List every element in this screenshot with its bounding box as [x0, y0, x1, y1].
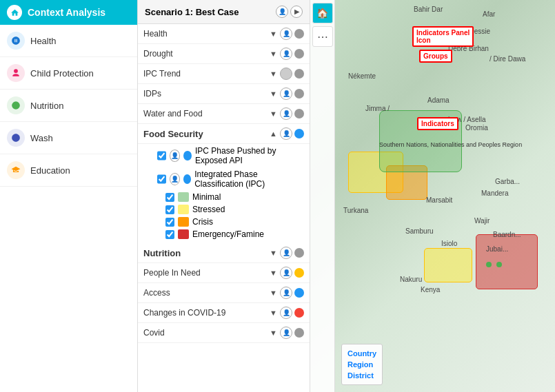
legend-district[interactable]: District	[347, 370, 376, 381]
nutrition-group-user-btn[interactable]: 👤	[280, 247, 292, 259]
sidebar: Context Analysis Health Child Protection…	[0, 0, 138, 392]
sidebar-item-education[interactable]: Education	[0, 154, 137, 187]
food-security-user-btn[interactable]: 👤	[280, 127, 292, 140]
emergency-label: Emergency/Famine	[192, 229, 264, 239]
people-need-user-btn[interactable]: 👤	[280, 267, 292, 279]
panel-row-health: Health ▼ 👤	[138, 24, 310, 44]
emergency-checkbox[interactable]	[165, 230, 174, 239]
map-label-marsabit: Marsabit	[426, 196, 452, 204]
health-arrow[interactable]: ▼	[269, 29, 278, 39]
map-layers-btn[interactable]: ⋯	[312, 26, 333, 47]
ipc-class-user-btn[interactable]: 👤	[170, 173, 180, 185]
panel-row-people-need: People In Need ▼ 👤	[138, 263, 310, 283]
map-label-bahirdar: Bahir Dar	[414, 6, 443, 13]
panel-row-water-food: Water and Food ▼ 👤	[138, 104, 310, 124]
panel-row-food-security: Food Security ▲ 👤	[138, 124, 310, 144]
panel-user-icon[interactable]: 👤	[276, 6, 288, 18]
covid19-dot	[294, 308, 304, 318]
map-label-samburu: Samburu	[405, 227, 434, 235]
idps-arrow[interactable]: ▼	[269, 89, 278, 99]
drought-dot	[294, 49, 304, 59]
legend-country[interactable]: Country	[347, 348, 376, 359]
legend-country-label[interactable]: Country	[347, 349, 376, 358]
row-controls-people-need: ▼ 👤	[269, 267, 304, 279]
ipc-legend-crisis: Crisis	[138, 216, 310, 228]
sidebar-label-nutrition: Nutrition	[30, 101, 63, 111]
education-icon	[7, 161, 25, 179]
access-arrow[interactable]: ▼	[269, 288, 278, 298]
ipc-class-dot	[183, 174, 191, 184]
covid-dot	[294, 328, 304, 338]
wash-icon	[7, 129, 25, 147]
covid-user-btn[interactable]: 👤	[280, 327, 292, 339]
legend-district-label[interactable]: District	[347, 371, 374, 380]
water-food-arrow[interactable]: ▼	[269, 109, 278, 118]
sidebar-item-wash[interactable]: Wash	[0, 122, 137, 154]
panel-expand-icon[interactable]: ▶	[290, 6, 303, 18]
map-label-oromia: Oromia	[465, 124, 488, 132]
ipc-trend-user-btn[interactable]	[280, 68, 292, 80]
panel-header: Scenario 1: Best Case 👤 ▶	[138, 0, 310, 24]
map-label-nakuru: Nakuru	[400, 276, 422, 283]
row-controls-drought: ▼ 👤	[269, 48, 304, 60]
row-label-people-need: People In Need	[143, 268, 269, 278]
sidebar-label-health: Health	[30, 36, 57, 46]
drought-user-btn[interactable]: 👤	[280, 48, 292, 60]
minimal-color	[178, 192, 189, 202]
home-icon[interactable]	[7, 5, 22, 20]
map-label-nekemte: Nékemte	[348, 72, 376, 80]
ipc-phase-label: IPC Phase Pushed by Exposed API	[195, 146, 304, 165]
legend-region-label[interactable]: Region	[347, 360, 373, 369]
ipc-legend-emergency: Emergency/Famine	[138, 228, 310, 240]
row-label-health: Health	[143, 29, 269, 39]
covid19-user-btn[interactable]: 👤	[280, 307, 292, 319]
map-label-mandera: Mandera	[481, 189, 508, 197]
health-user-btn[interactable]: 👤	[280, 28, 292, 40]
ipc-phase-user-btn[interactable]: 👤	[170, 149, 180, 162]
map-area[interactable]: 🏠 ⋯ Bahir Dar Afar / Dessie Debre Birhan…	[310, 0, 555, 392]
drought-arrow[interactable]: ▼	[269, 49, 278, 59]
ipc-trend-arrow[interactable]: ▼	[269, 69, 278, 79]
map-background: 🏠 ⋯ Bahir Dar Afar / Dessie Debre Birhan…	[310, 0, 555, 392]
sidebar-item-health[interactable]: Health	[0, 25, 137, 57]
sidebar-header[interactable]: Context Analysis	[0, 0, 137, 25]
sidebar-item-nutrition[interactable]: Nutrition	[0, 90, 137, 122]
row-label-access: Access	[143, 288, 269, 298]
row-controls-covid: ▼ 👤	[269, 327, 304, 339]
ipc-phase-checkbox[interactable]	[157, 151, 166, 161]
food-security-arrow[interactable]: ▲	[269, 129, 278, 138]
people-need-arrow[interactable]: ▼	[269, 268, 278, 278]
row-label-nutrition-group: Nutrition	[143, 248, 269, 258]
map-label-isiolo: Isiolo	[441, 240, 457, 247]
emergency-color	[178, 229, 189, 239]
minimal-checkbox[interactable]	[165, 193, 174, 202]
map-region-yellow-2	[424, 248, 472, 282]
idps-user-btn[interactable]: 👤	[280, 87, 292, 100]
panel-row-idps: IDPs ▼ 👤	[138, 84, 310, 104]
ipc-legend-minimal: Minimal	[138, 191, 310, 203]
nutrition-group-arrow[interactable]: ▼	[269, 248, 278, 258]
covid19-arrow[interactable]: ▼	[269, 308, 278, 318]
map-label-afar: Afar	[483, 10, 495, 18]
row-controls-idps: ▼ 👤	[269, 87, 304, 100]
map-label-garba: Garba...	[495, 178, 520, 185]
scenario-title: Scenario 1: Best Case	[145, 7, 239, 17]
sidebar-item-child-protection[interactable]: Child Protection	[0, 57, 137, 90]
access-dot	[294, 288, 304, 298]
legend-region[interactable]: Region	[347, 359, 376, 370]
map-label-debre: Debre Birhan	[448, 45, 489, 52]
row-label-idps: IDPs	[143, 89, 269, 99]
row-label-ipc-trend: IPC Trend	[143, 69, 269, 79]
row-controls-health: ▼ 👤	[269, 28, 304, 40]
access-user-btn[interactable]: 👤	[280, 287, 292, 299]
stressed-checkbox[interactable]	[165, 205, 174, 214]
ipc-class-checkbox[interactable]	[157, 174, 166, 184]
ipc-legend-stressed: Stressed	[138, 203, 310, 216]
crisis-checkbox[interactable]	[165, 218, 174, 227]
map-home-btn[interactable]: 🏠	[312, 3, 333, 23]
map-label-adama: Adama	[427, 96, 450, 104]
sidebar-label-education: Education	[30, 165, 70, 176]
water-food-user-btn[interactable]: 👤	[280, 107, 292, 120]
row-controls-food-security: ▲ 👤	[269, 127, 304, 140]
covid-arrow[interactable]: ▼	[269, 328, 278, 338]
